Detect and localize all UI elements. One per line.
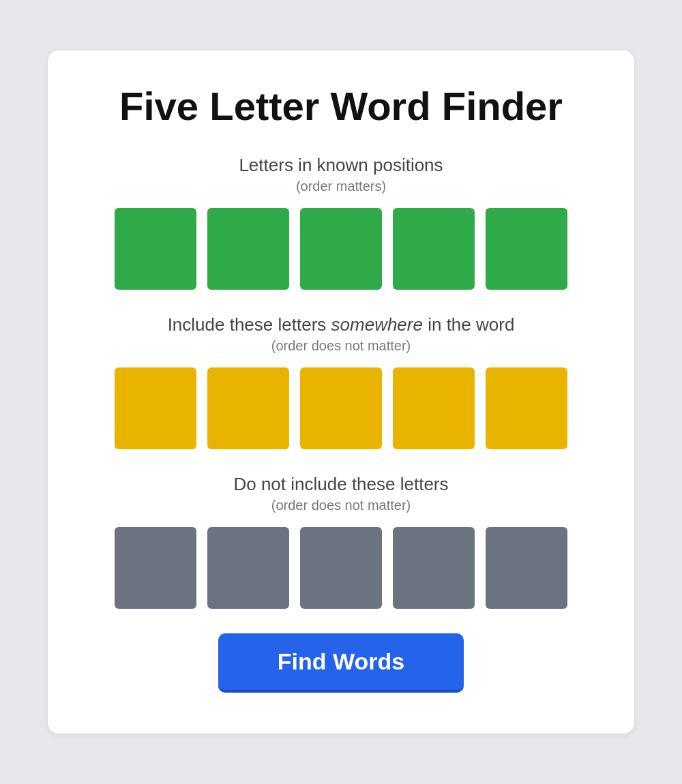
- exclude-tile-1[interactable]: [115, 527, 196, 609]
- exclude-tile-4[interactable]: [393, 527, 475, 609]
- somewhere-tile-2[interactable]: [207, 367, 289, 449]
- known-positions-title: Letters in known positions: [89, 155, 593, 176]
- page-title: Five Letter Word Finder: [89, 85, 593, 128]
- exclude-tile-5[interactable]: [486, 527, 567, 609]
- somewhere-title-italic: somewhere: [331, 314, 423, 335]
- known-tile-2[interactable]: [207, 208, 289, 290]
- known-positions-subtitle: (order matters): [89, 179, 593, 194]
- main-card: Five Letter Word Finder Letters in known…: [48, 50, 634, 734]
- somewhere-title-end: in the word: [423, 314, 514, 335]
- known-tile-5[interactable]: [486, 208, 567, 290]
- exclude-subtitle: (order does not matter): [89, 498, 593, 513]
- known-positions-section: Letters in known positions (order matter…: [89, 155, 593, 290]
- find-words-button[interactable]: Find Words: [218, 633, 464, 693]
- exclude-tile-2[interactable]: [207, 527, 289, 609]
- exclude-title: Do not include these letters: [89, 474, 593, 495]
- known-tile-4[interactable]: [393, 208, 475, 290]
- exclude-tiles: [89, 527, 593, 609]
- somewhere-section: Include these letters somewhere in the w…: [89, 314, 593, 449]
- somewhere-tile-1[interactable]: [115, 367, 196, 449]
- somewhere-subtitle: (order does not matter): [89, 338, 593, 354]
- known-tile-3[interactable]: [300, 208, 382, 290]
- somewhere-title-plain: Include these letters: [168, 314, 331, 335]
- exclude-section: Do not include these letters (order does…: [89, 474, 593, 609]
- somewhere-tile-4[interactable]: [393, 367, 475, 449]
- known-positions-tiles: [89, 208, 593, 290]
- somewhere-tile-3[interactable]: [300, 367, 382, 449]
- exclude-tile-3[interactable]: [300, 527, 382, 609]
- somewhere-tile-5[interactable]: [486, 367, 567, 449]
- known-tile-1[interactable]: [115, 208, 196, 290]
- somewhere-title: Include these letters somewhere in the w…: [89, 314, 593, 335]
- somewhere-tiles: [89, 367, 593, 449]
